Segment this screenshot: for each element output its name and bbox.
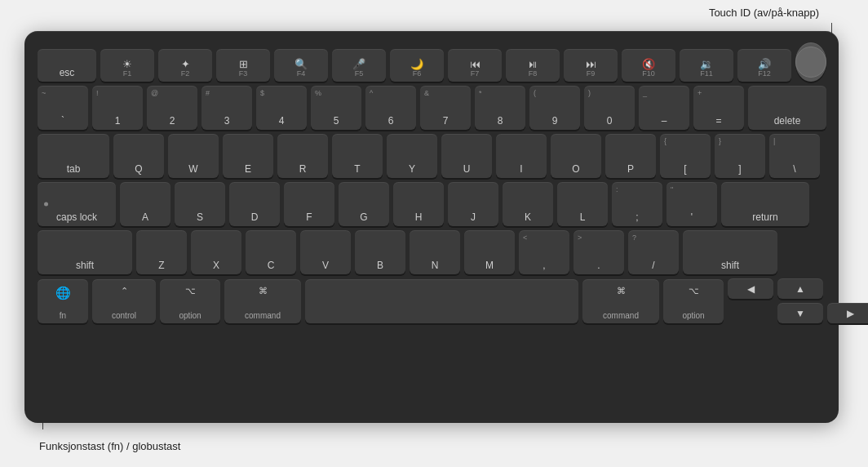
- key-fn[interactable]: 🌐 fn: [38, 279, 88, 323]
- key-p[interactable]: P: [605, 134, 656, 178]
- key-j[interactable]: J: [448, 182, 498, 226]
- key-r[interactable]: R: [277, 134, 328, 178]
- key-control-label: control: [112, 311, 136, 320]
- key-f5[interactable]: 🎤 F5: [332, 49, 386, 82]
- key-rbracket[interactable]: } ]: [715, 134, 765, 178]
- key-slash[interactable]: ? /: [628, 230, 679, 274]
- key-arrow-left[interactable]: ◀: [728, 278, 773, 299]
- key-s[interactable]: S: [175, 182, 225, 226]
- key-f7-icon: ⏮: [470, 58, 480, 70]
- key-8-top: *: [479, 89, 482, 97]
- key-9[interactable]: ( 9: [529, 86, 580, 130]
- key-l[interactable]: L: [557, 182, 608, 226]
- key-o[interactable]: O: [551, 134, 601, 178]
- key-return[interactable]: return: [721, 182, 809, 226]
- key-k[interactable]: K: [503, 182, 553, 226]
- key-backtick[interactable]: ~ `: [38, 86, 88, 130]
- key-8[interactable]: * 8: [475, 86, 525, 130]
- key-c[interactable]: C: [246, 230, 296, 274]
- key-a[interactable]: A: [120, 182, 170, 226]
- key-minus-top: _: [643, 89, 647, 97]
- key-minus[interactable]: _ –: [639, 86, 689, 130]
- key-f7-label: F7: [471, 70, 480, 78]
- key-f11[interactable]: 🔉 F11: [680, 49, 733, 82]
- key-lshift[interactable]: shift: [38, 230, 132, 274]
- key-4[interactable]: $ 4: [256, 86, 307, 130]
- key-arrow-up[interactable]: ▲: [777, 278, 823, 299]
- key-esc[interactable]: esc: [38, 49, 96, 82]
- touch-id-label: Touch ID (av/på-knapp): [709, 7, 819, 19]
- key-f[interactable]: F: [284, 182, 334, 226]
- key-g[interactable]: G: [339, 182, 389, 226]
- key-4-label: 4: [279, 116, 285, 127]
- key-f3[interactable]: ⊞ F3: [216, 49, 270, 82]
- key-f7[interactable]: ⏮ F7: [448, 49, 502, 82]
- key-lbracket[interactable]: { [: [660, 134, 711, 178]
- key-f2[interactable]: ✦ F2: [158, 49, 212, 82]
- key-arrow-down[interactable]: ▼: [777, 303, 823, 323]
- key-z[interactable]: Z: [136, 230, 187, 274]
- key-f9[interactable]: ⏭ F9: [564, 49, 618, 82]
- key-comma[interactable]: < ,: [519, 230, 569, 274]
- key-t[interactable]: T: [332, 134, 383, 178]
- key-1[interactable]: ! 1: [92, 86, 143, 130]
- key-f12[interactable]: 🔊 F12: [737, 49, 791, 82]
- key-0[interactable]: ) 0: [584, 86, 635, 130]
- key-ropt[interactable]: ⌥ option: [663, 279, 724, 323]
- key-i[interactable]: I: [496, 134, 547, 178]
- control-icon: ⌃: [121, 286, 128, 296]
- key-4-top: $: [260, 89, 264, 97]
- key-arrow-right[interactable]: ▶: [827, 303, 868, 323]
- key-y[interactable]: Y: [387, 134, 437, 178]
- key-q[interactable]: Q: [113, 134, 164, 178]
- key-d[interactable]: D: [229, 182, 280, 226]
- key-7-label: 7: [443, 116, 449, 127]
- key-3[interactable]: # 3: [202, 86, 252, 130]
- key-2[interactable]: @ 2: [147, 86, 197, 130]
- key-f12-label: F12: [758, 70, 771, 78]
- key-f6[interactable]: 🌙 F6: [390, 49, 444, 82]
- key-7-top: &: [424, 89, 429, 97]
- key-e[interactable]: E: [223, 134, 273, 178]
- key-rshift[interactable]: shift: [683, 230, 777, 274]
- key-m[interactable]: M: [464, 230, 515, 274]
- key-u[interactable]: U: [441, 134, 492, 178]
- key-f1-label: F1: [123, 70, 132, 78]
- key-w[interactable]: W: [168, 134, 219, 178]
- key-control[interactable]: ⌃ control: [92, 279, 156, 323]
- key-lopt[interactable]: ⌥ option: [160, 279, 220, 323]
- key-5[interactable]: % 5: [311, 86, 361, 130]
- key-lcmd-label: command: [245, 311, 281, 320]
- key-0-label: 0: [607, 116, 613, 127]
- key-2-top: @: [151, 89, 158, 97]
- key-x[interactable]: X: [191, 230, 241, 274]
- key-tab[interactable]: tab: [38, 134, 109, 178]
- key-n[interactable]: N: [410, 230, 460, 274]
- key-f10[interactable]: 🔇 F10: [622, 49, 675, 82]
- key-f8[interactable]: ⏯ F8: [506, 49, 560, 82]
- key-rcmd[interactable]: ⌘ command: [582, 279, 659, 323]
- key-6[interactable]: ^ 6: [365, 86, 416, 130]
- key-v[interactable]: V: [300, 230, 351, 274]
- key-touchid[interactable]: [795, 42, 826, 82]
- key-5-top: %: [315, 89, 321, 97]
- key-f4[interactable]: 🔍 F4: [274, 49, 328, 82]
- key-space[interactable]: [305, 279, 578, 323]
- key-delete[interactable]: delete: [748, 86, 826, 130]
- key-7[interactable]: & 7: [420, 86, 471, 130]
- key-semicolon[interactable]: : ;: [612, 182, 662, 226]
- key-lcmd[interactable]: ⌘ command: [224, 279, 301, 323]
- key-b[interactable]: B: [355, 230, 405, 274]
- key-2-label: 2: [170, 116, 175, 127]
- key-h[interactable]: H: [393, 182, 444, 226]
- key-equals[interactable]: + =: [693, 86, 744, 130]
- key-backslash[interactable]: | \: [769, 134, 820, 178]
- fn-label: Funksjonstast (fn) / globustast: [39, 440, 180, 452]
- key-return-label: return: [752, 212, 777, 223]
- key-quote[interactable]: " ': [666, 182, 717, 226]
- key-f1[interactable]: ☀ F1: [100, 49, 154, 82]
- key-period[interactable]: > .: [574, 230, 624, 274]
- page-container: Touch ID (av/på-knapp) Funksjonstast (fn…: [0, 0, 868, 467]
- arrow-up-down: ▲ ▼: [777, 278, 823, 323]
- key-capslock[interactable]: caps lock: [38, 182, 116, 226]
